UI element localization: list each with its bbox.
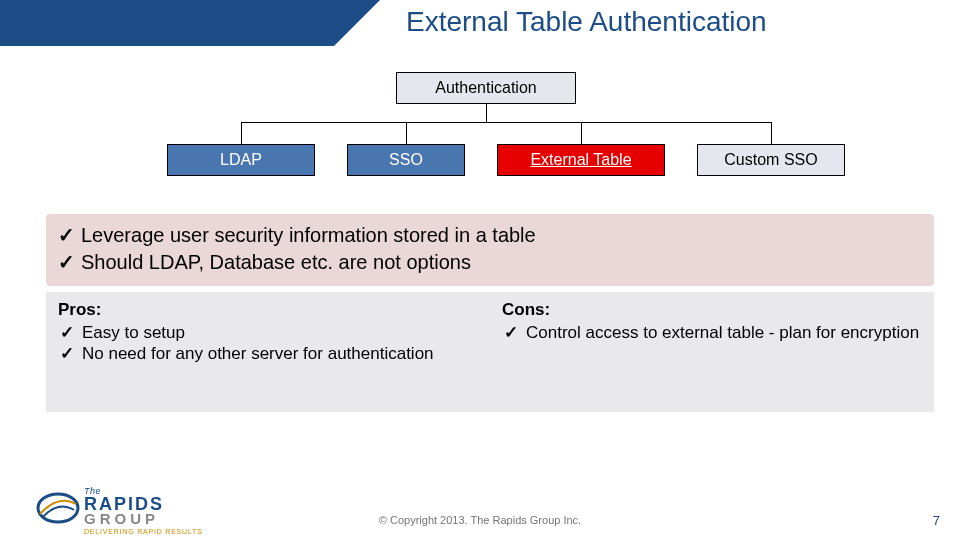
cons-column: Cons: Control access to external table -… <box>490 292 934 412</box>
logo-tagline: DELIVERING RAPID RESULTS <box>84 528 203 535</box>
node-authentication: Authentication <box>396 72 576 104</box>
connector <box>406 122 407 144</box>
pros-item: Easy to setup <box>58 322 478 343</box>
pros-cons-box: Pros: Easy to setup No need for any othe… <box>46 292 934 412</box>
connector <box>771 122 772 144</box>
connector <box>241 122 771 123</box>
cons-heading: Cons: <box>502 300 922 320</box>
summary-item: Should LDAP, Database etc. are not optio… <box>58 249 922 276</box>
page-title: External Table Authentication <box>406 6 767 38</box>
cons-item: Control access to external table - plan … <box>502 322 922 343</box>
connector <box>581 122 582 144</box>
node-sso: SSO <box>347 144 465 176</box>
pros-item: No need for any other server for authent… <box>58 343 478 364</box>
slide: External Table Authentication Authentica… <box>0 0 960 540</box>
page-number: 7 <box>933 513 940 528</box>
node-custom-sso: Custom SSO <box>697 144 845 176</box>
logo-text: The RAPIDS GROUP DELIVERING RAPID RESULT… <box>84 486 203 535</box>
auth-diagram: Authentication LDAP SSO External Table C… <box>0 72 960 202</box>
node-external-table: External Table <box>497 144 665 176</box>
node-external-table-label: External Table <box>530 151 631 169</box>
connector <box>241 122 242 144</box>
copyright: © Copyright 2013. The Rapids Group Inc. <box>0 514 960 526</box>
summary-item: Leverage user security information store… <box>58 222 922 249</box>
pros-heading: Pros: <box>58 300 478 320</box>
node-ldap: LDAP <box>167 144 315 176</box>
connector <box>486 104 487 122</box>
pros-column: Pros: Easy to setup No need for any othe… <box>46 292 490 412</box>
footer: The RAPIDS GROUP DELIVERING RAPID RESULT… <box>0 480 960 540</box>
summary-box: Leverage user security information store… <box>46 214 934 286</box>
